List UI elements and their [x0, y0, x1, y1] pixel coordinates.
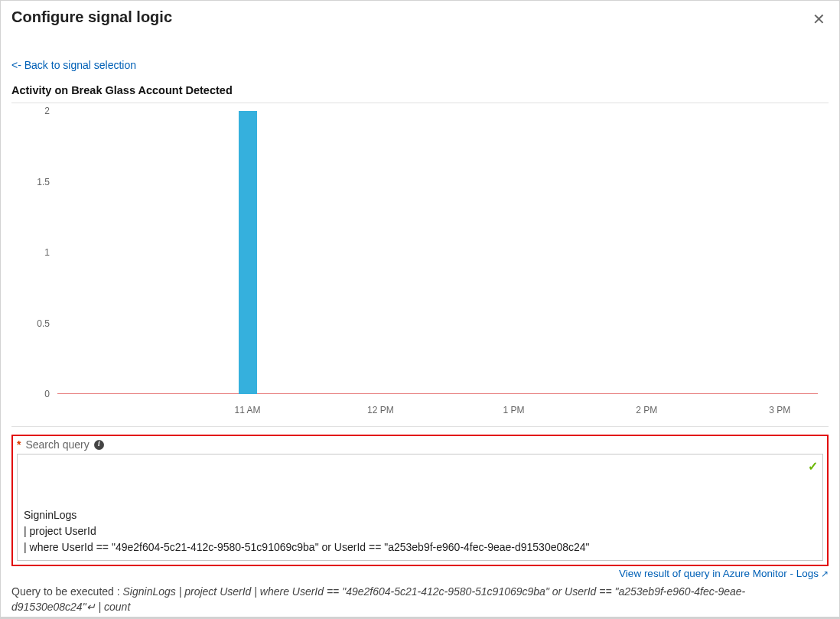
search-query-label-text: Search query [25, 438, 89, 451]
panel-title: Configure signal logic [11, 8, 172, 26]
chart-container: 00.511.5211 AM12 PM1 PM2 PM3 PM [11, 103, 829, 427]
x-axis-tick: 1 PM [503, 405, 524, 415]
info-icon[interactable]: i [94, 440, 104, 450]
search-query-highlight: * Search query i ✓ SigninLogs | project … [11, 435, 829, 566]
external-link-icon: ↗ [821, 569, 829, 579]
view-results-link[interactable]: View result of query in Azure Monitor - … [11, 568, 829, 579]
back-to-signal-selection-link[interactable]: <- Back to signal selection [11, 59, 136, 71]
search-query-label: * Search query i [17, 438, 823, 451]
chart-title: Activity on Break Glass Account Detected [11, 84, 829, 96]
required-asterisk: * [17, 438, 21, 451]
configure-signal-logic-panel: Configure signal logic ✕ <- Back to sign… [0, 0, 840, 619]
view-results-link-text: View result of query in Azure Monitor - … [619, 568, 819, 579]
chart-baseline [57, 393, 818, 394]
y-axis-tick: 0 [27, 389, 50, 399]
y-axis-tick: 2 [27, 106, 50, 116]
y-axis-tick: 0.5 [27, 318, 50, 329]
chart-plot-area: 00.511.5211 AM12 PM1 PM2 PM3 PM [57, 111, 818, 394]
query-to-execute-summary: Query to be executed : SigninLogs | proj… [11, 584, 829, 615]
exec-prefix: Query to be executed : [11, 585, 123, 598]
activity-chart: 00.511.5211 AM12 PM1 PM2 PM3 PM [11, 103, 829, 425]
panel-header: Configure signal logic ✕ [11, 8, 829, 36]
search-query-input[interactable]: ✓ SigninLogs | project UserId | where Us… [17, 454, 823, 561]
x-axis-tick: 11 AM [234, 405, 260, 415]
y-axis-tick: 1 [27, 247, 50, 258]
close-icon[interactable]: ✕ [809, 8, 829, 36]
x-axis-tick: 12 PM [367, 405, 394, 415]
y-axis-tick: 1.5 [27, 177, 50, 187]
chart-bar [239, 111, 257, 394]
valid-check-icon: ✓ [808, 458, 818, 476]
x-axis-tick: 2 PM [636, 405, 657, 415]
x-axis-tick: 3 PM [769, 405, 790, 415]
